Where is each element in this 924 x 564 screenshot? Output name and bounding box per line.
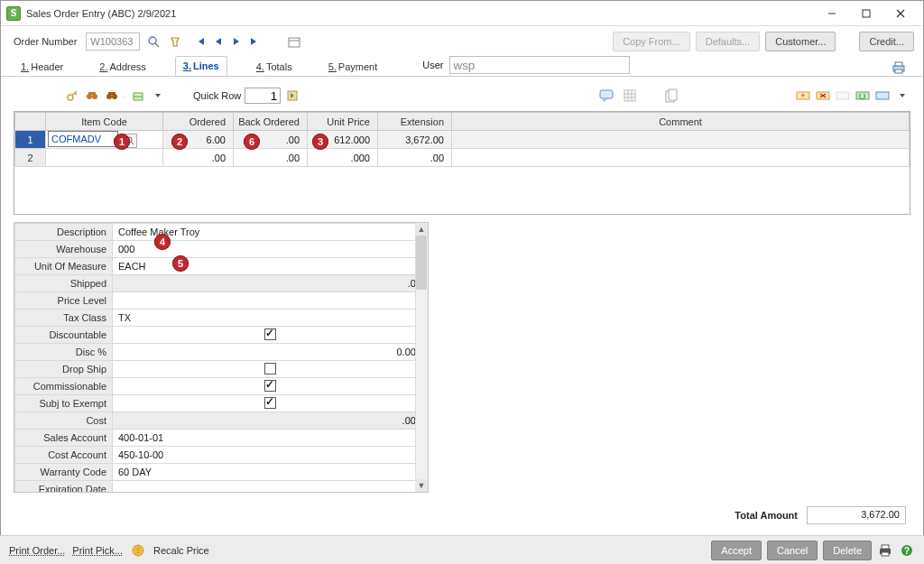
col-back-ordered[interactable]: Back Ordered [234, 113, 308, 131]
lbl-subj-exempt: Subj to Exempt [15, 395, 113, 412]
copy-page-icon[interactable] [663, 88, 679, 104]
cell-back-ordered[interactable]: .00 [234, 131, 308, 149]
val-subj-exempt[interactable] [113, 395, 428, 412]
cell-extension[interactable]: .00 [378, 149, 452, 167]
dropdown-icon[interactable] [150, 88, 166, 104]
print-icon[interactable] [877, 542, 893, 559]
grid-row[interactable]: 1 6.00 .00 612.000 3,672.00 [15, 131, 910, 149]
comment-icon[interactable] [598, 88, 614, 104]
val-price-level[interactable] [113, 292, 428, 310]
recalc-globe-icon[interactable] [130, 542, 146, 559]
search-icon[interactable] [145, 33, 162, 50]
print-order-button[interactable]: Print Order... [9, 545, 65, 556]
cell-ordered[interactable]: 6.00 [163, 131, 234, 149]
lbl-discountable: Discountable [15, 327, 113, 344]
minimize-button[interactable] [815, 2, 849, 25]
defaults-button[interactable]: Defaults... [696, 32, 761, 51]
tab-address[interactable]: 2.Address [92, 58, 153, 76]
val-drop-ship[interactable] [113, 361, 428, 378]
user-input[interactable] [449, 56, 630, 74]
scroll-down-icon[interactable]: ▼ [415, 479, 428, 492]
tab-header[interactable]: 1.Header [14, 58, 70, 76]
quick-row-go-icon[interactable] [284, 88, 300, 104]
printer-icon[interactable] [891, 60, 907, 76]
nav-first-icon[interactable] [192, 33, 208, 50]
binoculars-left-icon[interactable] [84, 88, 100, 104]
grid-row[interactable]: 2 .00 .00 .000 .00 [15, 149, 910, 167]
detail-scrollbar[interactable]: ▲ ▼ [415, 223, 428, 492]
row-undo-icon[interactable] [835, 88, 851, 104]
val-sales-acct[interactable]: 400-01-01 [113, 430, 428, 447]
totals-row: Total Amount 3,672.00 [735, 506, 906, 524]
col-extension[interactable]: Extension [378, 113, 452, 131]
item-code-input[interactable] [48, 131, 118, 147]
print-pick-button[interactable]: Print Pick... [72, 545, 123, 556]
grid-icon[interactable] [622, 88, 638, 104]
cell-unit-price[interactable]: .000 [308, 149, 378, 167]
val-exp-date[interactable] [113, 481, 428, 494]
customer-button[interactable]: Customer... [765, 32, 836, 51]
scroll-thumb[interactable] [416, 236, 427, 290]
credit-button[interactable]: Credit... [859, 32, 914, 51]
quick-row-input[interactable] [245, 88, 281, 104]
val-warranty[interactable]: 60 DAY [113, 464, 428, 481]
order-number-input[interactable] [86, 32, 140, 51]
cell-extension[interactable]: 3,672.00 [378, 131, 452, 149]
package-icon[interactable] [130, 88, 146, 104]
cancel-button[interactable]: Cancel [767, 541, 818, 560]
lbl-sales-acct: Sales Account [15, 430, 113, 447]
val-tax-class[interactable]: TX [113, 310, 428, 327]
delete-button[interactable]: Delete [823, 541, 872, 560]
user-label: User [422, 60, 443, 70]
nav-next-icon[interactable] [228, 33, 245, 50]
key-icon[interactable] [64, 88, 80, 104]
val-commissionable[interactable] [113, 378, 428, 395]
copy-from-button[interactable]: Copy From... [613, 32, 690, 51]
val-description[interactable]: Coffee Maker Troy [113, 224, 428, 241]
cell-back-ordered[interactable]: .00 [234, 149, 308, 167]
recalc-price-button[interactable]: Recalc Price [153, 545, 209, 556]
close-button[interactable] [883, 2, 918, 25]
tab-lines[interactable]: 3.Lines [175, 56, 227, 76]
val-uom[interactable]: EACH [113, 258, 428, 275]
row-delete-icon[interactable] [815, 88, 831, 104]
calendar-icon[interactable] [286, 33, 302, 50]
cell-item-code[interactable] [46, 149, 163, 167]
flashlight-icon[interactable] [167, 33, 183, 50]
cell-item-code[interactable] [46, 131, 163, 149]
titlebar: S Sales Order Entry (ABC) 2/9/2021 [1, 1, 923, 26]
nav-last-icon[interactable] [246, 33, 263, 50]
val-disc-pct[interactable]: 0.000 [113, 344, 428, 361]
subj-exempt-checkbox[interactable] [264, 397, 276, 409]
val-shipped: .00 [113, 275, 428, 292]
drop-ship-checkbox[interactable] [264, 363, 276, 374]
col-ordered[interactable]: Ordered [163, 113, 234, 131]
discountable-checkbox[interactable] [264, 328, 276, 340]
col-comment[interactable]: Comment [452, 113, 910, 131]
maximize-button[interactable] [849, 2, 883, 25]
cell-unit-price[interactable]: 612.000 [308, 131, 378, 149]
row-dropdown-icon[interactable] [894, 88, 910, 104]
row-reset-icon[interactable] [855, 88, 871, 104]
cell-comment[interactable] [452, 149, 910, 167]
cell-ordered[interactable]: .00 [163, 149, 234, 167]
col-item-code[interactable]: Item Code [46, 113, 163, 131]
commissionable-checkbox[interactable] [264, 380, 276, 392]
accept-button[interactable]: Accept [711, 541, 762, 560]
binoculars-right-icon[interactable] [104, 88, 120, 104]
scroll-up-icon[interactable]: ▲ [415, 223, 428, 236]
row-add-icon[interactable]: + [795, 88, 811, 104]
val-warehouse[interactable]: 000 [113, 241, 428, 258]
row-more-icon[interactable] [874, 88, 891, 104]
row-number[interactable]: 2 [15, 149, 46, 167]
item-lookup-icon[interactable] [123, 134, 137, 148]
nav-prev-icon[interactable] [210, 33, 226, 50]
val-cost-acct[interactable]: 450-10-00 [113, 447, 428, 464]
row-number[interactable]: 1 [15, 131, 46, 149]
cell-comment[interactable] [452, 131, 910, 149]
help-icon[interactable]: ? [899, 542, 915, 559]
tab-totals[interactable]: 4.Totals [249, 58, 300, 76]
val-discountable[interactable] [113, 327, 428, 344]
col-unit-price[interactable]: Unit Price [308, 113, 378, 131]
tab-payment[interactable]: 5.Payment [321, 58, 385, 76]
